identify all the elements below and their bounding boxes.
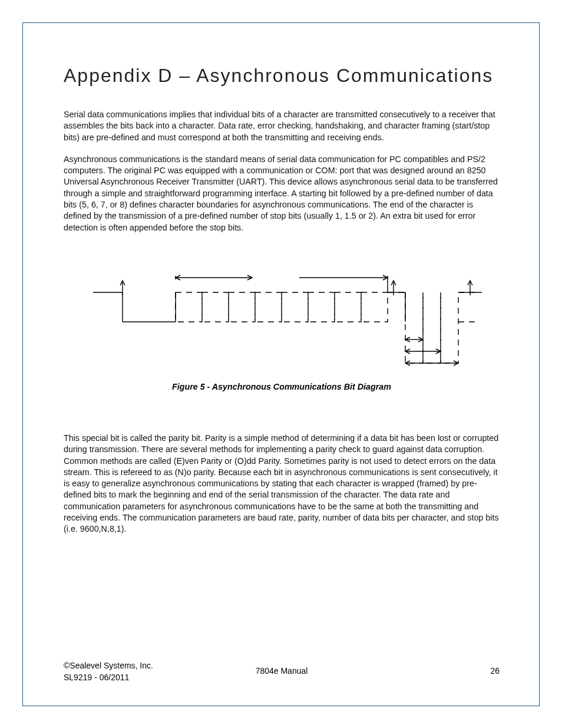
- paragraph-2: Asynchronous communications is the stand…: [64, 154, 500, 233]
- page-title: Appendix D – Asynchronous Communications: [64, 65, 500, 87]
- footer-center: 7804e Manual: [64, 666, 500, 676]
- paragraph-3: This special bit is called the parity bi…: [64, 433, 500, 535]
- figure-caption: Figure 5 - Asynchronous Communications B…: [64, 382, 500, 391]
- paragraph-1: Serial data communications implies that …: [64, 109, 500, 143]
- bit-diagram-svg: [75, 269, 488, 375]
- figure-5: [64, 269, 500, 377]
- footer-page-number: 26: [490, 666, 500, 676]
- page-content: Appendix D – Asynchronous Communications…: [64, 65, 500, 546]
